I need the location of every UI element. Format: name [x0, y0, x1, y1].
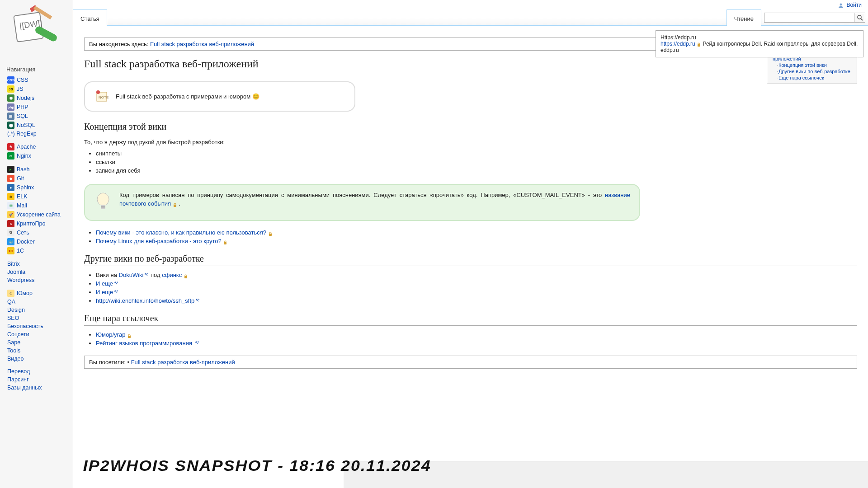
- sidebar-link[interactable]: CSS: [17, 77, 28, 83]
- search-input[interactable]: [764, 13, 854, 23]
- svg-rect-19: [184, 276, 187, 278]
- search-icon: [857, 14, 863, 21]
- promo-line1: Https://eddp.ru: [660, 34, 859, 41]
- sidebar-item: >_Bash: [7, 165, 71, 174]
- sidebar-link[interactable]: Видео: [7, 356, 24, 362]
- sidebar-link[interactable]: Безопасность: [7, 323, 43, 329]
- content-link[interactable]: http://wiki.enchtex.info/howto/ssh_sftp: [96, 297, 194, 304]
- breadcrumb-link[interactable]: Full stack разработка веб-приложений: [150, 41, 254, 47]
- sidebar-item: ✎Apache: [7, 142, 71, 151]
- sidebar-link[interactable]: (.*) RegExp: [7, 131, 37, 137]
- lock-icon: [127, 333, 132, 338]
- tab-read[interactable]: Чтение: [726, 9, 761, 26]
- sidebar-link[interactable]: QA: [7, 299, 15, 305]
- promo-box: Https://eddp.ru https://eddp.ru Рейд кон…: [656, 30, 863, 57]
- concept-intro: То, что я держу под рукой для быстрой ра…: [84, 139, 857, 145]
- sidebar-item: Sape: [7, 338, 71, 347]
- smile-icon: 😊: [252, 93, 259, 100]
- lock-icon: [697, 42, 701, 47]
- nav-item-icon: К: [7, 220, 14, 227]
- content-link[interactable]: Почему Linux для веб-разработки - это кр…: [96, 238, 222, 244]
- svg-rect-18: [224, 242, 226, 244]
- list-item: И еще: [96, 279, 857, 288]
- site-logo[interactable]: [[DW]]: [7, 2, 66, 61]
- sidebar-link[interactable]: Nginx: [17, 153, 31, 159]
- visited-link[interactable]: Full stack разработка веб-приложений: [131, 359, 235, 366]
- sidebar-link[interactable]: SQL: [17, 113, 28, 119]
- list-item: Почему вики - это классно, и как правиль…: [96, 228, 857, 237]
- sidebar-link[interactable]: Bitrix: [7, 261, 20, 267]
- content-link[interactable]: И еще: [96, 289, 113, 296]
- toc-link[interactable]: Концепция этой вики: [778, 62, 827, 68]
- sidebar-link[interactable]: Sape: [7, 339, 20, 346]
- svg-text:NOTE: NOTE: [99, 95, 108, 99]
- tabs-row: Статья Чтение: [73, 0, 868, 26]
- sidebar-item: Видео: [7, 355, 71, 363]
- note-text: Full stack веб-разработка с примерами и …: [116, 93, 250, 100]
- nav-item-icon: 🐳: [7, 238, 14, 245]
- breadcrumb-prefix: Вы находитесь здесь:: [89, 41, 150, 47]
- nav-item-icon: php: [7, 103, 14, 111]
- content-link[interactable]: Юмор/угар: [96, 331, 125, 338]
- tab-article[interactable]: Статья: [73, 9, 107, 26]
- sidebar-link[interactable]: PHP: [17, 104, 28, 110]
- nav-item-icon: ☺: [7, 290, 14, 297]
- sidebar-link[interactable]: КриптоПро: [17, 221, 45, 227]
- sidebar-link[interactable]: Сеть: [17, 230, 29, 236]
- sidebar-link[interactable]: Tools: [7, 347, 20, 354]
- sidebar-item: QA: [7, 298, 71, 306]
- section-concept-title: Концепция этой вики: [84, 122, 857, 134]
- sidebar-link[interactable]: Перевод: [7, 368, 30, 375]
- list-item: Вики на DokuWiki под сфинкс: [96, 271, 857, 279]
- sidebar-link[interactable]: JS: [17, 86, 24, 92]
- sidebar-link[interactable]: Apache: [17, 144, 36, 150]
- toc-link[interactable]: Другие вики по веб-разработке: [778, 69, 850, 74]
- promo-link[interactable]: https://eddp.ru: [660, 41, 695, 47]
- sidebar-link[interactable]: Sphinx: [17, 184, 34, 191]
- sidebar-link[interactable]: Wordpress: [7, 277, 34, 283]
- content-link[interactable]: сфинкс: [162, 272, 182, 278]
- sidebar-link[interactable]: Docker: [17, 239, 35, 245]
- sidebar-link[interactable]: Соцсети: [7, 331, 29, 338]
- content-link[interactable]: Почему вики - это классно, и как правиль…: [96, 229, 266, 236]
- sidebar-link[interactable]: Ускорение сайта: [17, 211, 61, 218]
- sidebar-link[interactable]: 1C: [17, 248, 24, 254]
- lock-icon: [223, 239, 227, 244]
- toc-link[interactable]: Еще пара ссылочек: [778, 75, 824, 80]
- sidebar-link[interactable]: Парсинг: [7, 376, 29, 383]
- toc-item: ·Еще пара ссылочек: [773, 75, 854, 81]
- sidebar-link[interactable]: Nodejs: [17, 95, 34, 101]
- nav-item-icon: 🚀: [7, 211, 14, 218]
- sidebar-link[interactable]: Git: [17, 175, 24, 182]
- sidebar-link[interactable]: Joomla: [7, 269, 25, 275]
- tip-post: .: [179, 200, 180, 207]
- sidebar-item: Joomla: [7, 268, 71, 276]
- visited-box: Вы посетили: • Full stack разработка веб…: [84, 356, 857, 369]
- sidebar-link[interactable]: Mail: [17, 202, 27, 209]
- content-link[interactable]: И еще: [96, 280, 113, 287]
- sidebar-link[interactable]: SEO: [7, 315, 19, 321]
- sidebar-item: ▤SQL: [7, 112, 71, 121]
- promo-text: Рейд контроллеры Dell. Raid контроллеры …: [703, 41, 858, 47]
- sidebar-item: Tools: [7, 347, 71, 355]
- search-button[interactable]: [854, 13, 865, 23]
- nav-item-icon: >_: [7, 166, 14, 173]
- content-link[interactable]: DokuWiki: [119, 272, 144, 278]
- sidebar-link[interactable]: NoSQL: [17, 122, 35, 128]
- nav-item-icon: ≋: [7, 193, 14, 200]
- nav-item-icon: ✎: [7, 143, 14, 150]
- nav-item-icon: JS: [7, 85, 14, 93]
- content-link[interactable]: Рейтинг языков программирования: [96, 340, 192, 347]
- sidebar-item: ☺Юмор: [7, 289, 71, 298]
- sidebar-link[interactable]: Design: [7, 307, 25, 313]
- sidebar-link[interactable]: ELK: [17, 193, 28, 200]
- sidebar-link[interactable]: Bash: [17, 166, 30, 173]
- sidebar-item: 🚀Ускорение сайта: [7, 210, 71, 219]
- login-link[interactable]: Войти: [846, 2, 862, 8]
- sidebar-item: Design: [7, 306, 71, 314]
- sidebar-link[interactable]: Базы данных: [7, 385, 42, 391]
- sidebar-item: Базы данных: [7, 384, 71, 392]
- sidebar-link[interactable]: Юмор: [17, 290, 33, 296]
- sidebar-item: JSJS: [7, 84, 71, 94]
- note-icon: NOTE: [93, 88, 109, 105]
